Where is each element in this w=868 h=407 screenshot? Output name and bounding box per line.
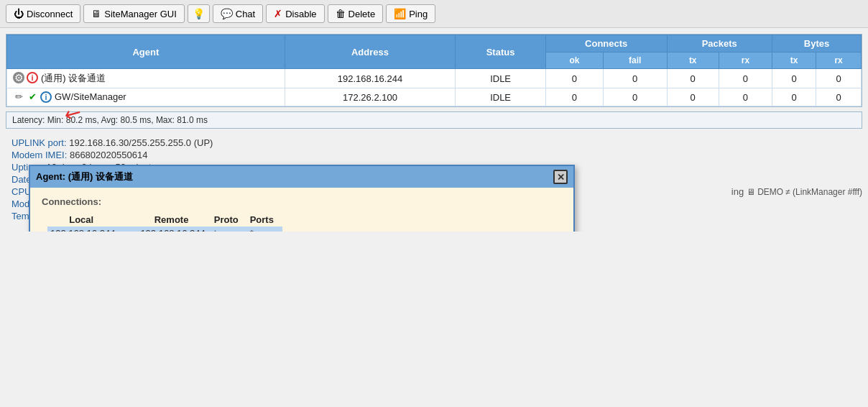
col-packets-rx: rx: [719, 52, 772, 69]
demo-label: DEMO: [757, 187, 783, 197]
col-address: Address: [285, 35, 456, 69]
latency-text: Latency: Min: 80.2 ms, Avg: 80.5 ms, Max…: [12, 115, 208, 125]
bytes-tx-cell: 0: [772, 69, 816, 88]
sitemanager-gui-label: SiteManager GUI: [104, 9, 176, 19]
gear-icon[interactable]: ⚙: [13, 72, 24, 83]
status-row: UPLINK port: 192.168.16.30/255.255.255.0…: [11, 137, 857, 148]
col-connects: Connects: [545, 35, 667, 52]
conn-proto: tcp: [211, 227, 247, 232]
col-packets-tx: tx: [667, 52, 719, 69]
power-icon: ⏻: [14, 8, 24, 19]
col-agent: Agent: [7, 35, 285, 69]
conn-arrow: ⇒: [121, 227, 137, 232]
conn-col-remote: Remote: [137, 213, 211, 227]
col-connects-ok: ok: [545, 52, 603, 69]
checkmark-icon: ✔: [27, 91, 38, 103]
popup-overlay: Agent: (通用) 设备通道 ✕ Connections: Local Re…: [29, 165, 575, 232]
link-label: ≠ (LinkManager #fff): [785, 187, 862, 197]
status-label: UPLINK port:: [11, 137, 67, 148]
status-value: 192.168.16.30/255.255.255.0 (UP): [69, 137, 213, 148]
conn-local: 192.168.16.244: [47, 227, 121, 232]
agent-name-cell: ⚙i(通用) 设备通道: [7, 69, 285, 88]
monitor-icon-small: 🖥: [747, 187, 755, 197]
col-bytes: Bytes: [772, 35, 861, 52]
latency-bar: Latency: Min: 80.2 ms, Avg: 80.5 ms, Max…: [6, 111, 862, 129]
row-icons: ✏✔i: [13, 91, 52, 103]
right-info: ing 🖥 DEMO ≠ (LinkManager #fff): [731, 186, 862, 197]
popup-close-button[interactable]: ✕: [553, 170, 568, 184]
connects-fail-cell: 0: [603, 88, 667, 106]
packets-tx-cell: 0: [667, 69, 719, 88]
main-area: Agent Address Status Connects Packets By…: [0, 28, 868, 232]
info-icon[interactable]: i: [40, 91, 52, 103]
table-row: ⚙i(通用) 设备通道 192.168.16.244 IDLE 0 0 0 0 …: [7, 69, 862, 88]
conn-ports: *: [247, 227, 282, 232]
chat-label: Chat: [236, 9, 255, 19]
col-bytes-rx: rx: [816, 52, 862, 69]
right-info-text: ing: [731, 186, 744, 197]
status-value: 866802020550614: [70, 150, 147, 160]
ping-button[interactable]: 📶 Ping: [386, 4, 435, 23]
agent-name-cell: ✏✔iGW/SiteManager: [7, 88, 285, 106]
bytes-tx-cell: 0: [772, 88, 816, 106]
packets-tx-cell: 0: [667, 88, 719, 106]
popup-header: Agent: (通用) 设备通道 ✕: [30, 166, 573, 188]
pencil-icon[interactable]: ✏: [13, 91, 24, 103]
connects-ok-cell: 0: [545, 69, 603, 88]
status-row: Modem IMEI: 866802020550614: [11, 150, 857, 160]
col-status: Status: [456, 35, 546, 69]
ping-label: Ping: [409, 9, 428, 19]
ping-icon: 📶: [394, 8, 406, 19]
status-label: Modem IMEI:: [11, 150, 67, 160]
connects-fail-cell: 0: [603, 69, 667, 88]
bulb-button[interactable]: 💡: [188, 4, 210, 23]
col-packets: Packets: [667, 35, 772, 52]
popup-body: Connections: Local Remote Proto Ports: [30, 188, 573, 232]
disable-icon: ✗: [274, 8, 282, 19]
conn-col-proto: Proto: [211, 213, 247, 227]
col-bytes-tx: tx: [772, 52, 816, 69]
conn-col-ports: Ports: [247, 213, 282, 227]
connections-table: Local Remote Proto Ports 192.168.16.244 …: [47, 213, 282, 232]
col-connects-fail: fail: [603, 52, 667, 69]
bulb-icon: 💡: [193, 8, 205, 19]
demo-badge: 🖥 DEMO ≠ (LinkManager #fff): [747, 187, 862, 197]
agent-table-wrapper: Agent Address Status Connects Packets By…: [6, 34, 862, 107]
disconnect-label: Disconnect: [27, 9, 73, 19]
popup-title: Agent: (通用) 设备通道: [36, 170, 133, 183]
delete-button[interactable]: 🗑 Delete: [328, 4, 384, 23]
disable-label: Disable: [285, 9, 316, 19]
connects-ok-cell: 0: [545, 88, 603, 106]
bytes-rx-cell: 0: [816, 69, 862, 88]
disable-button[interactable]: ✗ Disable: [266, 4, 324, 23]
info-icon[interactable]: i: [27, 72, 38, 83]
agent-address-cell: 172.26.2.100: [285, 88, 456, 106]
conn-remote: 192.168.16.244: [137, 227, 211, 232]
delete-icon: 🗑: [336, 8, 346, 19]
bytes-rx-cell: 0: [816, 88, 862, 106]
monitor-icon: 🖥: [91, 8, 101, 19]
chat-button[interactable]: 💬 Chat: [213, 4, 263, 23]
delete-label: Delete: [348, 9, 376, 19]
chat-icon: 💬: [221, 8, 233, 19]
packets-rx-cell: 0: [719, 88, 772, 106]
table-row: ✏✔iGW/SiteManager 172.26.2.100 IDLE 0 0 …: [7, 88, 862, 106]
agent-table: Agent Address Status Connects Packets By…: [6, 35, 862, 106]
agent-info-popup: Agent: (通用) 设备通道 ✕ Connections: Local Re…: [29, 165, 575, 232]
agent-status-cell: IDLE: [456, 88, 546, 106]
disconnect-button[interactable]: ⏻ Disconnect: [6, 4, 80, 23]
agent-status-cell: IDLE: [456, 69, 546, 88]
connection-row: 192.168.16.244 ⇒ 192.168.16.244 tcp *: [47, 227, 282, 232]
row-icons: ⚙i: [13, 72, 38, 83]
sitemanager-gui-button[interactable]: 🖥 SiteManager GUI: [83, 4, 184, 23]
toolbar: ⏻ Disconnect 🖥 SiteManager GUI 💡 💬 Chat …: [0, 0, 868, 28]
conn-col-arrow: [121, 213, 137, 227]
connections-title: Connections:: [42, 196, 562, 207]
packets-rx-cell: 0: [719, 69, 772, 88]
conn-col-local: Local: [47, 213, 121, 227]
agent-address-cell: 192.168.16.244: [285, 69, 456, 88]
